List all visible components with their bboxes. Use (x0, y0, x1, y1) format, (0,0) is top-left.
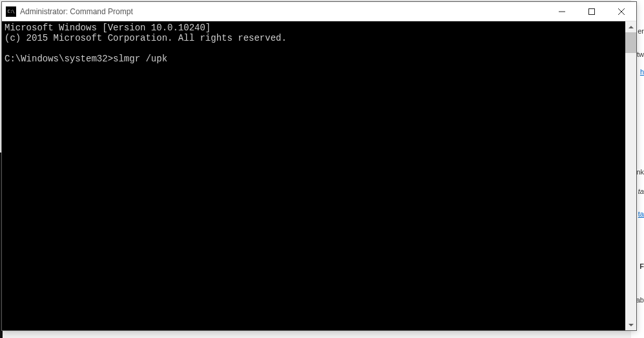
scroll-up-button[interactable] (625, 21, 636, 32)
close-button[interactable] (607, 2, 636, 21)
minimize-icon (559, 8, 565, 15)
console-output[interactable]: Microsoft Windows [Version 10.0.10240] (… (2, 21, 625, 330)
prompt-text: C:\Windows\system32> (5, 54, 113, 64)
minimize-button[interactable] (547, 2, 577, 21)
maximize-button[interactable] (577, 2, 607, 21)
svg-marker-5 (628, 324, 634, 326)
maximize-icon (588, 8, 595, 15)
close-icon (618, 8, 625, 15)
window-title: Administrator: Command Prompt (20, 7, 547, 16)
chevron-down-icon (628, 324, 634, 326)
svg-marker-4 (628, 26, 634, 28)
console-area: Microsoft Windows [Version 10.0.10240] (… (2, 21, 636, 330)
command-input[interactable]: slmgr /upk (113, 54, 167, 64)
copyright-line: (c) 2015 Microsoft Corporation. All righ… (5, 33, 287, 43)
titlebar[interactable]: C:\ Administrator: Command Prompt (2, 2, 636, 21)
window-controls (547, 2, 636, 21)
version-line: Microsoft Windows [Version 10.0.10240] (5, 23, 211, 33)
vertical-scrollbar[interactable] (625, 21, 636, 330)
cmd-icon: C:\ (6, 6, 16, 17)
command-prompt-window: C:\ Administrator: Command Prompt Micros… (1, 1, 637, 331)
scroll-thumb[interactable] (625, 32, 636, 53)
svg-rect-1 (589, 8, 595, 14)
scroll-down-button[interactable] (625, 319, 636, 330)
scroll-track[interactable] (625, 32, 636, 319)
chevron-up-icon (628, 26, 634, 28)
